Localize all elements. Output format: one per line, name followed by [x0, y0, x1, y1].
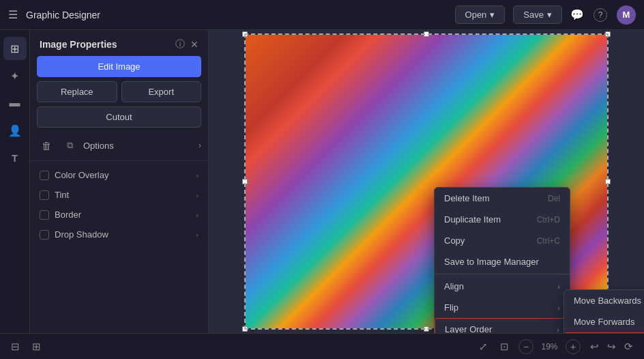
handle-top-center[interactable] — [424, 31, 429, 37]
open-button[interactable]: Open ▾ — [455, 5, 506, 24]
ctx-duplicate-shortcut: Ctrl+D — [537, 215, 560, 225]
history-icon[interactable]: ⟳ — [621, 338, 636, 356]
duplicate-icon[interactable]: ⧉ — [60, 136, 79, 155]
tint-checkbox[interactable] — [40, 190, 49, 200]
ctx-layer-order-item[interactable]: Layer Order › — [435, 318, 570, 333]
crop-icon[interactable]: ⊡ — [497, 338, 512, 356]
border-row: Border › — [30, 205, 208, 225]
ctx-duplicate-item[interactable]: Duplicate Item Ctrl+D — [435, 209, 570, 230]
ctx-align-arrow: › — [557, 283, 560, 291]
topbar-icons: 💬 ? M — [570, 5, 636, 25]
ctx-copy-label: Copy — [444, 235, 531, 246]
handle-top-right[interactable] — [605, 31, 611, 37]
grid-icon[interactable]: ⊞ — [29, 338, 44, 356]
tint-label: Tint — [55, 190, 190, 200]
border-label: Border — [55, 210, 190, 220]
border-checkbox[interactable] — [40, 210, 49, 220]
avatar[interactable]: M — [617, 5, 636, 25]
ctx-copy-item[interactable]: Copy Ctrl+C — [435, 230, 570, 251]
sidebar-item-shapes[interactable]: ▬ — [3, 91, 27, 115]
ctx-delete-label: Delete Item — [444, 193, 542, 203]
ctx-align-label: Align — [444, 281, 552, 291]
sidebar-item-effects[interactable]: ✦ — [3, 64, 27, 87]
message-icon[interactable]: 💬 — [570, 8, 584, 21]
export-button[interactable]: Export — [121, 81, 202, 102]
ctx-layer-order-label: Layer Order — [445, 324, 551, 333]
help-icon[interactable]: ? — [594, 8, 607, 22]
replace-button[interactable]: Replace — [37, 81, 117, 102]
options-label: Options — [83, 141, 194, 151]
ctx-save-image-manager-label: Save to Image Manager — [444, 257, 560, 267]
icon-bar: ⊞ ✦ ▬ 👤 T — [0, 30, 30, 333]
undo-icon[interactable]: ↩ — [587, 338, 602, 356]
sidebar-item-people[interactable]: 👤 — [3, 119, 27, 142]
image-properties-panel: Image Properties ⓘ ✕ Edit Image Replace … — [30, 30, 209, 333]
color-overlay-chevron: › — [196, 171, 199, 180]
effects-list: Color Overlay › Tint › Border › Drop Sha… — [30, 161, 208, 248]
app-title: Graphic Designer — [26, 10, 100, 20]
sidebar-item-text[interactable]: T — [3, 146, 27, 169]
zoom-out-button[interactable]: − — [518, 339, 533, 354]
color-overlay-label: Color Overlay — [55, 170, 190, 180]
delete-icon[interactable]: 🗑 — [37, 136, 56, 155]
color-overlay-checkbox[interactable] — [40, 171, 49, 180]
menu-icon[interactable]: ☰ — [8, 8, 18, 21]
ctx-flip-label: Flip — [444, 302, 552, 313]
panel-header: Image Properties ⓘ ✕ — [30, 30, 208, 56]
save-button[interactable]: Save ▾ — [513, 5, 562, 24]
panel-toolbar: 🗑 ⧉ Options › — [30, 133, 208, 161]
panel-close-icon[interactable]: ✕ — [190, 39, 199, 50]
layers-icon[interactable]: ⊟ — [8, 338, 23, 356]
border-chevron: › — [196, 211, 199, 219]
handle-middle-left[interactable] — [242, 179, 248, 184]
panel-title: Image Properties — [40, 39, 170, 50]
ctx-align-item[interactable]: Align › — [435, 276, 570, 297]
drop-shadow-label: Drop Shadow — [55, 229, 190, 240]
replace-export-row: Replace Export — [37, 81, 201, 102]
edit-image-button[interactable]: Edit Image — [37, 56, 201, 77]
ctx-delete-item[interactable]: Delete Item Del — [435, 188, 570, 209]
drop-shadow-row: Drop Shadow › — [30, 225, 208, 244]
submenu-move-backwards[interactable]: Move Backwards — [564, 290, 644, 311]
canvas-area[interactable]: Delete Item Del Duplicate Item Ctrl+D Co… — [209, 30, 644, 333]
ctx-layer-order-arrow: › — [557, 326, 559, 334]
tint-chevron: › — [196, 191, 199, 199]
ctx-delete-shortcut: Del — [548, 194, 560, 203]
handle-bottom-left[interactable] — [242, 326, 248, 332]
submenu-send-to-back[interactable]: Send To Back — [564, 332, 644, 333]
fit-icon[interactable]: ⤢ — [476, 338, 491, 356]
ctx-duplicate-label: Duplicate Item — [444, 214, 531, 225]
sidebar-item-layout[interactable]: ⊞ — [3, 37, 27, 60]
drop-shadow-chevron: › — [196, 231, 199, 239]
zoom-level: 19% — [538, 342, 561, 351]
topbar: ☰ Graphic Designer Open ▾ Save ▾ 💬 ? M — [0, 0, 644, 30]
drop-shadow-checkbox[interactable] — [40, 230, 49, 240]
panel-actions: Edit Image Replace Export Cutout — [30, 56, 208, 133]
zoom-in-button[interactable]: + — [566, 339, 581, 354]
layer-order-submenu: Move Backwards Move Forwards Send To Bac… — [564, 289, 644, 333]
ctx-flip-arrow: › — [557, 304, 560, 312]
cutout-button[interactable]: Cutout — [37, 106, 201, 128]
ctx-divider-1 — [435, 274, 570, 274]
ctx-save-image-manager-item[interactable]: Save to Image Manager — [435, 251, 570, 272]
tint-row: Tint › — [30, 185, 208, 205]
redo-icon[interactable]: ↪ — [604, 338, 619, 356]
main-area: ⊞ ✦ ▬ 👤 T Image Properties ⓘ ✕ Edit Imag… — [0, 30, 644, 333]
handle-bottom-center[interactable] — [424, 326, 429, 332]
ctx-copy-shortcut: Ctrl+C — [537, 236, 560, 246]
undo-redo-controls: ↩ ↪ ⟳ — [587, 338, 636, 356]
ctx-flip-item[interactable]: Flip › — [435, 297, 570, 318]
options-chevron: › — [199, 141, 201, 150]
zoom-controls: − 19% + — [518, 339, 581, 354]
handle-middle-right[interactable] — [605, 179, 611, 184]
submenu-move-forwards[interactable]: Move Forwards — [564, 311, 644, 332]
context-menu: Delete Item Del Duplicate Item Ctrl+D Co… — [434, 187, 570, 333]
bottom-bar: ⊟ ⊞ ⤢ ⊡ − 19% + ↩ ↪ ⟳ — [0, 333, 644, 359]
handle-top-left[interactable] — [242, 31, 248, 37]
color-overlay-row: Color Overlay › — [30, 165, 208, 185]
panel-info-icon[interactable]: ⓘ — [175, 38, 185, 51]
